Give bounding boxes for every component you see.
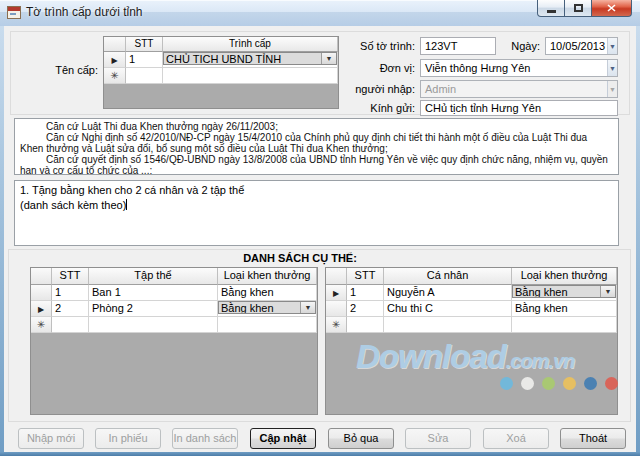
column-header-stt[interactable]: STT (52, 268, 89, 285)
cell-empty[interactable] (384, 317, 512, 333)
can-cu-line: Căn cứ Luật Thi đua Khen thưởng ngày 26/… (20, 121, 613, 132)
so-to-trinh-input[interactable]: 123VT (420, 37, 496, 55)
can-cu-line: Căn cứ Nghị định số 42/2010/NĐ-CP ngày 1… (20, 132, 613, 154)
grid-corner-cell[interactable] (326, 268, 347, 285)
chevron-down-icon[interactable]: ▼ (600, 286, 615, 297)
can-cu-line: Căn cứ quyết định số 1546/QĐ-UBND ngày 1… (20, 154, 613, 175)
window-title: Tờ trình cấp dưới tỉnh (26, 5, 142, 19)
column-header-loai[interactable]: Loại khen thưởng (512, 268, 617, 285)
table-row: 2 Chu thi C Bằng khen (326, 301, 617, 317)
new-row-icon: ✳ (332, 319, 340, 330)
in-danh-sach-button[interactable]: In danh sách (172, 428, 238, 449)
minimize-icon (547, 10, 556, 13)
ngay-datepicker[interactable]: 10/05/2013 ▼ (545, 37, 618, 55)
xoa-button[interactable]: Xoá (483, 428, 549, 449)
in-phieu-button[interactable]: In phiếu (95, 428, 161, 449)
cell-empty[interactable] (512, 317, 617, 333)
row-selector[interactable] (31, 285, 52, 301)
cell-ca-nhan[interactable]: Nguyễn A (384, 285, 512, 301)
kinh-gui-input[interactable]: CHủ tịch tỉnh Hưng Yên (420, 100, 618, 116)
nhap-moi-button[interactable]: Nhập mới (18, 428, 84, 449)
row-selector[interactable]: ✳ (31, 317, 52, 333)
cell-empty[interactable] (52, 317, 89, 333)
trinh-cap-combo[interactable]: CHỦ TỊCH UBND TỈNH ▼ (163, 52, 337, 65)
noi-dung-line2: (danh sách kèm theo) (20, 199, 126, 211)
cell-ca-nhan[interactable]: Chu thi C (384, 301, 512, 317)
cell-stt[interactable]: 1 (126, 52, 163, 68)
app-icon (7, 6, 21, 19)
grid-corner-cell[interactable] (104, 37, 126, 52)
cell-stt[interactable]: 1 (52, 285, 89, 301)
don-vi-combo[interactable]: Viễn thông Hưng Yên ▼ (420, 59, 618, 77)
grid-corner-cell[interactable] (31, 268, 52, 285)
row-selector[interactable]: ▶ (31, 301, 52, 317)
app-window: Tờ trình cấp dưới tỉnh Tên cấp: STT Trìn… (0, 0, 640, 456)
watermark-suffix: .com.vn (506, 350, 575, 372)
bo-qua-button[interactable]: Bỏ qua (328, 428, 394, 449)
window-border-right (636, 0, 640, 456)
new-row-icon: ✳ (110, 70, 118, 81)
cell-loai[interactable]: Bằng khen (218, 285, 317, 301)
window-border-left (0, 0, 4, 456)
titlebar[interactable]: Tờ trình cấp dưới tỉnh (0, 0, 640, 26)
column-header-tap-the[interactable]: Tập thể (89, 268, 218, 285)
watermark-dot (542, 377, 555, 390)
close-button[interactable] (592, 0, 632, 17)
cell-empty[interactable] (218, 317, 317, 333)
column-header-loai[interactable]: Loại khen thưởng (218, 268, 317, 285)
cell-loai[interactable]: Bằng khen (512, 301, 617, 317)
noi-dung-line1: 1. Tặng bằng khen cho 2 cá nhân và 2 tập… (20, 183, 613, 198)
column-header-ca-nhan[interactable]: Cá nhân (384, 268, 512, 285)
sua-button[interactable]: Sửa (405, 428, 471, 449)
chevron-down-icon[interactable]: ▼ (300, 302, 315, 313)
chevron-down-icon: ▼ (607, 81, 617, 97)
loai-combo-value: Bằng khen (513, 286, 600, 297)
ngay-value: 10/05/2013 (546, 40, 607, 52)
table-row: ▶ 2 Phòng 2 Bằng khen ▼ (31, 301, 317, 317)
row-selector[interactable]: ✳ (104, 68, 126, 84)
current-row-icon: ▶ (333, 289, 339, 298)
cell-trinh-cap-empty[interactable] (163, 68, 338, 84)
ngay-label: Ngày: (498, 40, 540, 52)
table-row-new: ✳ (31, 317, 317, 333)
chevron-down-icon[interactable]: ▼ (607, 60, 617, 76)
loai-khen-thuong-combo[interactable]: Bằng khen ▼ (218, 301, 316, 314)
minimize-button[interactable] (537, 0, 565, 17)
row-selector[interactable]: ▶ (326, 285, 347, 301)
don-vi-value: Viễn thông Hưng Yên (421, 62, 607, 74)
watermark-dot (563, 377, 576, 390)
cell-loai[interactable]: Bằng khen ▼ (218, 301, 317, 317)
column-header-stt[interactable]: STT (347, 268, 384, 285)
row-selector[interactable]: ✳ (326, 317, 347, 333)
cell-tap-the[interactable]: Phòng 2 (89, 301, 218, 317)
cell-empty[interactable] (89, 317, 218, 333)
watermark: Download.com.vn (356, 338, 620, 390)
column-header-stt[interactable]: STT (126, 37, 163, 52)
row-selector[interactable]: ▶ (104, 52, 126, 68)
so-to-trinh-label: Số tờ trình: (330, 40, 415, 52)
table-row: 1 Ban 1 Bằng khen (31, 285, 317, 301)
table-row: ▶ 1 Nguyễn A Bằng khen ▼ (326, 285, 617, 301)
cap-nhat-button[interactable]: Cập nhật (250, 428, 316, 449)
row-selector[interactable] (326, 301, 347, 317)
chevron-down-icon[interactable]: ▼ (607, 38, 617, 54)
thoat-button[interactable]: Thoát (560, 428, 626, 449)
noi-dung-textarea[interactable]: 1. Tặng bằng khen cho 2 cá nhân và 2 tập… (14, 180, 619, 246)
can-cu-textarea[interactable]: Căn cứ Luật Thi đua Khen thưởng ngày 26/… (14, 118, 619, 175)
loai-khen-thuong-combo[interactable]: Bằng khen ▼ (512, 285, 616, 298)
watermark-text: Download (356, 338, 506, 375)
loai-combo-value: Bằng khen (219, 302, 300, 313)
cell-stt[interactable]: 1 (347, 285, 384, 301)
cell-loai[interactable]: Bằng khen ▼ (512, 285, 617, 301)
maximize-icon (574, 4, 583, 12)
trinh-cap-combo-value: CHỦ TỊCH UBND TỈNH (164, 53, 321, 64)
maximize-button[interactable] (565, 0, 592, 17)
cell-stt-empty[interactable] (126, 68, 163, 84)
cell-tap-the[interactable]: Ban 1 (89, 285, 218, 301)
watermark-dot (605, 377, 618, 390)
cell-empty[interactable] (347, 317, 384, 333)
column-header-trinh-cap[interactable]: Trình cấp (163, 37, 338, 52)
cell-stt[interactable]: 2 (347, 301, 384, 317)
cell-stt[interactable]: 2 (52, 301, 89, 317)
cell-trinh-cap[interactable]: CHỦ TỊCH UBND TỈNH ▼ (163, 52, 338, 68)
